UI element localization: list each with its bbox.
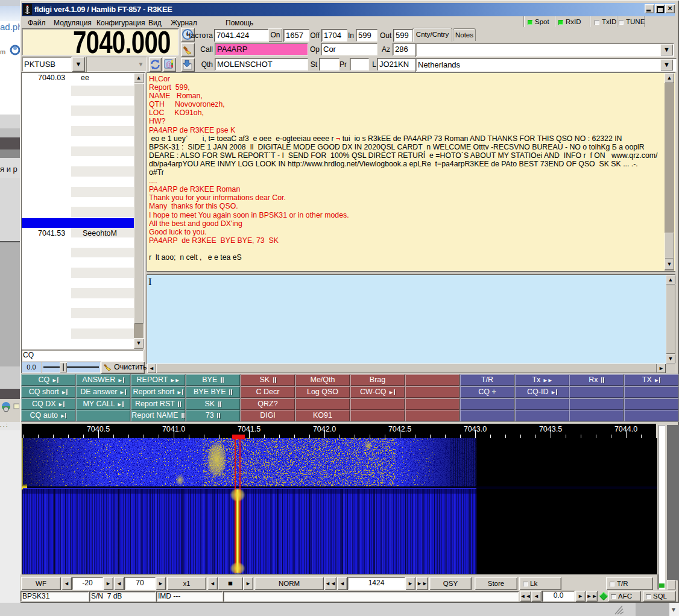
svg-text:@: @: [166, 61, 172, 68]
